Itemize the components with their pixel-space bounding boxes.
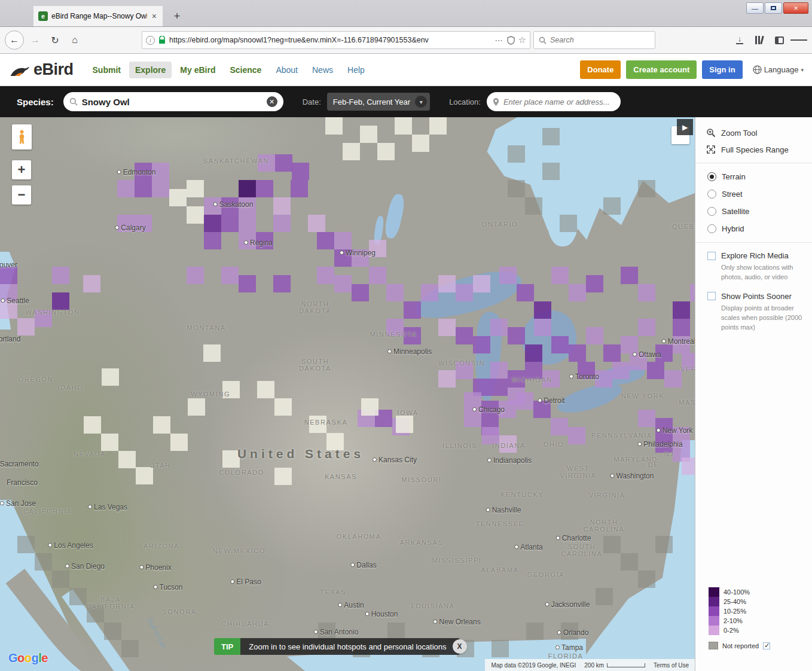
location-search-field[interactable]	[487, 92, 621, 111]
map-zoom-out-button[interactable]: −	[12, 185, 31, 205]
forward-button[interactable]: →	[27, 32, 44, 48]
street-view-pegman[interactable]	[12, 124, 32, 150]
sidebar-toggle-icon[interactable]	[771, 32, 787, 48]
page-info-icon[interactable]: i	[146, 36, 155, 45]
map-cell	[387, 623, 405, 640]
clear-species-icon[interactable]: ✕	[267, 96, 277, 107]
terms-of-use-link[interactable]: Terms of Use	[654, 662, 689, 669]
map-label: QUEBEC	[672, 223, 695, 230]
map-type-radio[interactable]: Satellite	[695, 203, 812, 220]
new-tab-button[interactable]: +	[167, 6, 187, 26]
not-reported-checkbox[interactable]	[763, 642, 770, 649]
map-cell	[421, 284, 438, 301]
map-canvas[interactable]: SASKATCHEWANONTARIOQUEBECWASHINGTONMONTA…	[0, 117, 695, 671]
minimize-button[interactable]: —	[746, 2, 764, 14]
map-cell	[52, 292, 69, 310]
reload-button[interactable]: ↻	[47, 32, 63, 48]
nav-link[interactable]: My eBird	[174, 62, 221, 78]
menu-icon[interactable]	[790, 32, 807, 48]
map-cell	[273, 275, 291, 292]
ebird-logo[interactable]: eBird	[8, 60, 74, 79]
nav-link[interactable]: Help	[341, 62, 371, 78]
nav-link[interactable]: About	[270, 62, 304, 78]
map-label: Houston	[365, 610, 398, 618]
map-zoom-in-button[interactable]: +	[12, 160, 31, 179]
map-label: ONTARIO	[482, 221, 518, 228]
maximize-button[interactable]	[765, 2, 782, 14]
map-cell	[222, 450, 240, 468]
map-type-radio[interactable]: Street	[695, 185, 812, 203]
map-type-radio[interactable]: Terrain	[695, 168, 812, 185]
location-pin-icon	[493, 97, 499, 106]
map-cell	[52, 571, 69, 588]
panel-collapse-button[interactable]: ▶	[677, 119, 693, 135]
search-icon	[539, 36, 547, 44]
map-cell	[369, 267, 386, 284]
nav-link[interactable]: Explore	[129, 62, 172, 78]
nav-link[interactable]: News	[306, 62, 339, 78]
home-button[interactable]: ⌂	[66, 32, 83, 48]
browser-tab[interactable]: e eBird Range Map--Snowy Owl ×	[33, 6, 163, 26]
map-option[interactable]: Show Points Sooner Display points at bro…	[695, 288, 812, 338]
tip-close-icon[interactable]: X	[453, 639, 467, 654]
downloads-icon[interactable]: ↓	[731, 32, 748, 48]
nav-link[interactable]: Science	[224, 62, 267, 78]
donate-button[interactable]: Donate	[580, 60, 621, 79]
map-label: Charlotte	[556, 534, 591, 542]
map-option[interactable]: Explore Rich Media Only show locations w…	[695, 248, 812, 288]
map-attribution: Map data ©2019 Google, INEGI 200 km Term…	[485, 659, 695, 671]
map-option-label: Show Points Sooner	[721, 292, 792, 301]
map-cell	[204, 215, 221, 232]
map-cell	[0, 267, 17, 284]
sign-in-button[interactable]: Sign in	[702, 60, 742, 79]
species-search-field[interactable]: ✕	[63, 92, 283, 111]
location-input[interactable]	[503, 97, 615, 106]
map-label: Minneapolis	[387, 347, 432, 356]
browser-search-bar[interactable]	[533, 31, 655, 49]
map-scale: 200 km	[584, 662, 645, 669]
map-label: United States	[237, 447, 364, 461]
map-cell	[664, 370, 682, 388]
map-label: NEW MEXICO	[213, 547, 265, 554]
legend-entry: 40-100%	[709, 587, 770, 597]
map-label: KENTUCKY	[500, 491, 544, 498]
create-account-button[interactable]: Create account	[626, 60, 697, 79]
map-cell	[361, 398, 378, 416]
legend-swatch	[709, 616, 719, 626]
full-species-range-button[interactable]: Full Species Range	[695, 141, 812, 158]
shield-icon[interactable]	[507, 36, 515, 45]
map-label: COLORADO	[219, 469, 264, 476]
browser-search-input[interactable]	[550, 36, 634, 44]
legend-swatch	[709, 587, 719, 597]
bookmark-star-icon[interactable]: ☆	[518, 35, 526, 45]
map-cell	[369, 240, 386, 257]
map-cell	[673, 301, 690, 319]
url-bar[interactable]: i https://ebird.org/map/snoowl1?neg=true…	[142, 31, 530, 49]
legend: 40-100% 25-40% 10-25% 2-10% 0-2%	[709, 587, 770, 649]
checkbox-icon[interactable]	[707, 252, 716, 260]
zoom-tool-button[interactable]: Zoom Tool	[695, 124, 812, 141]
species-search-input[interactable]	[82, 97, 262, 107]
map-cell	[456, 327, 473, 344]
language-selector[interactable]: Language ▾	[753, 65, 804, 74]
close-button[interactable]: ×	[783, 2, 808, 14]
page-actions-icon[interactable]: ⋯	[495, 36, 503, 45]
map-type-radio[interactable]: Hybrid	[695, 220, 812, 237]
map-label: Austin	[338, 601, 364, 609]
map-label: ILLINOIS	[442, 442, 477, 449]
checkbox-icon[interactable]	[707, 292, 716, 300]
map-cell	[117, 215, 135, 232]
map-cell	[655, 344, 673, 362]
library-icon[interactable]	[751, 32, 768, 48]
map-label: DE	[648, 461, 659, 468]
nav-link[interactable]: Submit	[87, 62, 127, 78]
map-cell	[655, 536, 673, 553]
back-button[interactable]: ←	[5, 30, 24, 50]
tab-close-icon[interactable]: ×	[151, 11, 158, 21]
map-cell	[525, 344, 542, 362]
map-cell	[464, 410, 481, 427]
map-cell	[508, 145, 525, 163]
date-dropdown[interactable]: Feb-Feb, Current Year ▾	[327, 93, 430, 111]
globe-icon	[753, 65, 762, 74]
map-label: SONORA	[162, 608, 196, 615]
